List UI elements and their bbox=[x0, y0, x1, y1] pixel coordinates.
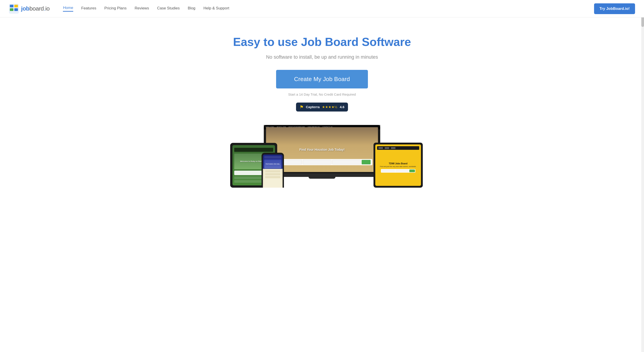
tablet2-content: TDWI Jobs Board Find and post the very b… bbox=[375, 144, 421, 186]
try-jobboard-button[interactable]: Try JobBoard.io! bbox=[594, 3, 635, 14]
hero-section: Easy to use Job Board Software No softwa… bbox=[0, 18, 644, 125]
tablet-header-bar bbox=[234, 148, 273, 152]
trial-text: Start a 14 Day Trial, No Credit Card Req… bbox=[288, 92, 356, 96]
laptop-search-button bbox=[362, 160, 370, 164]
tablet2-outer: TDWI Jobs Board Find and post the very b… bbox=[374, 143, 423, 188]
nav-home[interactable]: Home bbox=[63, 6, 73, 12]
devices-section: VIEW JOBS POST A JOB POST YOUR RESUME VI… bbox=[0, 125, 644, 188]
svg-rect-1 bbox=[10, 5, 14, 8]
devices-container: VIEW JOBS POST A JOB POST YOUR RESUME VI… bbox=[235, 125, 409, 188]
phone-hero-text: Find Analytics Jobs today. bbox=[266, 163, 280, 164]
tablet2-hero-subtitle: Find and post the very best data careers… bbox=[380, 166, 416, 167]
tablet2-search-button bbox=[409, 170, 415, 172]
tablet2-search-bar bbox=[381, 169, 416, 173]
hero-title: Easy to use Job Board Software bbox=[233, 36, 411, 49]
phone-screen: Find Analytics Jobs today. bbox=[263, 154, 282, 188]
nav-reviews[interactable]: Reviews bbox=[134, 6, 149, 12]
create-job-board-button[interactable]: Create My Job Board bbox=[276, 70, 368, 88]
tablet2-nav-dot-1 bbox=[378, 147, 383, 149]
tablet2-screen: TDWI Jobs Board Find and post the very b… bbox=[375, 144, 421, 186]
capterra-badge[interactable]: ⚑ Capterra ★★★★½ 4.6 bbox=[296, 102, 348, 112]
laptop-distance-input bbox=[332, 160, 361, 164]
phone-list-item-1 bbox=[265, 170, 280, 172]
logo-text: jobboard.io bbox=[21, 5, 50, 12]
phone-list-area bbox=[264, 169, 281, 188]
svg-rect-3 bbox=[10, 8, 14, 11]
phone-list-item-2 bbox=[265, 173, 280, 175]
navbar: jobboard.io Home Features Pricing Plans … bbox=[0, 0, 644, 18]
capterra-rating: 4.6 bbox=[340, 105, 344, 109]
scrollbar[interactable] bbox=[641, 0, 644, 188]
tablet2-mockup: TDWI Jobs Board Find and post the very b… bbox=[374, 143, 423, 188]
phone-outer: Find Analytics Jobs today. bbox=[262, 153, 284, 188]
laptop-location-input bbox=[303, 160, 331, 164]
laptop-search-bar bbox=[272, 159, 372, 165]
nav-features[interactable]: Features bbox=[81, 6, 96, 12]
tablet2-nav-dot-2 bbox=[385, 147, 389, 149]
phone-screen-content: Find Analytics Jobs today. bbox=[263, 154, 282, 188]
laptop-stand bbox=[308, 177, 336, 179]
tablet2-keyword-seg bbox=[381, 170, 395, 172]
nav-help[interactable]: Help & Support bbox=[204, 6, 229, 12]
nav-pricing[interactable]: Pricing Plans bbox=[104, 6, 126, 12]
hero-subtitle: No software to install, be up and runnin… bbox=[266, 54, 378, 60]
logo-icon bbox=[9, 4, 19, 14]
capterra-stars: ★★★★½ bbox=[322, 105, 338, 109]
nav-case-studies[interactable]: Case Studies bbox=[157, 6, 180, 12]
tablet2-header-bar bbox=[377, 146, 419, 150]
phone-hero: Find Analytics Jobs today. bbox=[264, 160, 281, 168]
svg-rect-4 bbox=[14, 8, 18, 11]
nav-blog[interactable]: Blog bbox=[188, 6, 196, 12]
phone-list-item-3 bbox=[265, 176, 280, 178]
svg-rect-2 bbox=[14, 5, 18, 8]
phone-header-bar bbox=[264, 156, 281, 158]
capterra-flag-icon: ⚑ bbox=[300, 104, 304, 110]
phone-mockup: Find Analytics Jobs today. bbox=[262, 153, 284, 188]
logo[interactable]: jobboard.io bbox=[9, 4, 50, 14]
tablet2-nav-dot-3 bbox=[391, 147, 396, 149]
capterra-name: Capterra bbox=[306, 105, 320, 109]
nav-links: Home Features Pricing Plans Reviews Case… bbox=[63, 6, 594, 12]
tablet2-hero: TDWI Jobs Board Find and post the very b… bbox=[377, 151, 419, 184]
tablet2-location-seg bbox=[396, 170, 409, 172]
tablet2-hero-title: TDWI Jobs Board bbox=[389, 162, 407, 165]
laptop-hero-text: Find Your Houston Job Today! bbox=[300, 148, 344, 151]
